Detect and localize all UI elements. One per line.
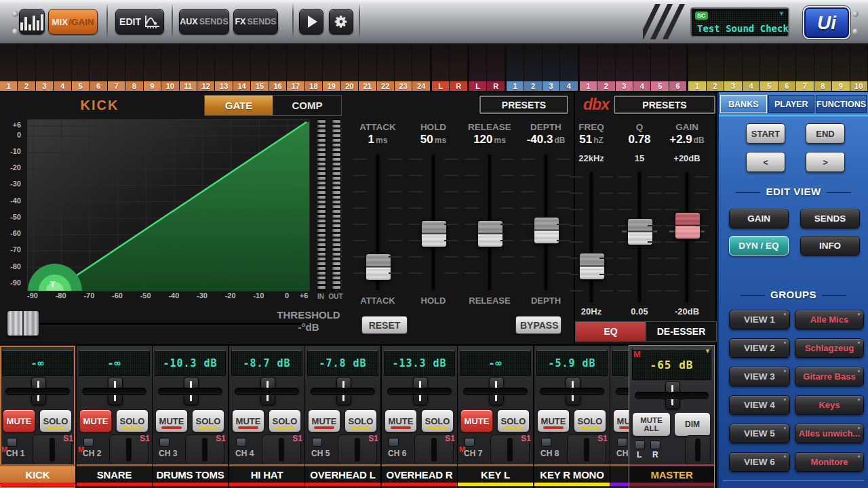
strip-name[interactable]: KICK	[0, 466, 75, 483]
channel-tab-aux-6[interactable]: 6	[778, 45, 795, 91]
mute-button[interactable]: MUTE	[79, 409, 112, 432]
tab-banks[interactable]: BANKS	[720, 95, 767, 113]
channel-tab-inputs-6[interactable]: 6	[90, 45, 106, 91]
strip-name[interactable]: DRUMS TOMS	[153, 466, 228, 483]
view-4-button[interactable]: VIEW 4	[729, 395, 790, 415]
solo-button[interactable]: SOLO	[269, 409, 301, 432]
channel-tab-inputs-21[interactable]: 21	[359, 45, 376, 91]
strip-name[interactable]: HI HAT	[229, 466, 304, 483]
pan-slider[interactable]	[235, 388, 299, 395]
channel-tab-inputs-24[interactable]: 24	[412, 45, 429, 91]
channel-tab-aux-4[interactable]: 4	[743, 45, 760, 91]
mute-button[interactable]: MUTE	[460, 409, 493, 432]
tab-comp[interactable]: COMP	[273, 96, 341, 115]
channel-tab-line-in-L[interactable]: L	[432, 45, 449, 91]
mix-gain-button[interactable]: MIX/GAIN	[48, 9, 98, 35]
strip-name[interactable]: OVERHEAD R	[382, 466, 457, 483]
mute-button[interactable]: MUTE	[308, 409, 340, 432]
channel-tab-inputs-1[interactable]: 1	[0, 45, 17, 91]
strip-name[interactable]: SNARE	[77, 466, 152, 483]
dropdown-triangle-icon[interactable]: ▼	[778, 10, 785, 17]
view-1-button[interactable]: VIEW 1	[729, 310, 790, 329]
channel-tab-subgroup-1[interactable]: 1	[580, 45, 597, 91]
dyn-eq-view-button[interactable]: DYN / EQ	[729, 236, 789, 256]
fader-track[interactable]	[349, 155, 406, 290]
channel-tab-aux-5[interactable]: 5	[760, 45, 777, 91]
tab-gate[interactable]: GATE	[205, 96, 273, 115]
gate-graph[interactable]: T	[27, 119, 310, 291]
fx-sends-button[interactable]: FXSENDS	[233, 9, 278, 35]
solo-button[interactable]: SOLO	[39, 409, 72, 432]
channel-tab-subgroup-6[interactable]: 6	[669, 45, 686, 91]
pan-slider[interactable]	[311, 388, 375, 395]
edit-button[interactable]: EDIT	[115, 9, 164, 35]
channel-tab-inputs-14[interactable]: 14	[233, 45, 250, 91]
channel-tab-inputs-3[interactable]: 3	[36, 45, 53, 91]
view-3-button[interactable]: VIEW 3	[729, 367, 790, 386]
channel-tab-inputs-23[interactable]: 23	[395, 45, 412, 91]
settings-button[interactable]	[329, 9, 353, 35]
fader-track[interactable]	[461, 155, 518, 290]
view-5-button[interactable]: VIEW 5	[729, 424, 790, 443]
meters-button[interactable]	[19, 9, 45, 35]
channel-tab-inputs-22[interactable]: 22	[377, 45, 394, 91]
fader-handle[interactable]	[675, 212, 701, 239]
fader-handle[interactable]	[534, 217, 559, 244]
master-mini-fader[interactable]	[685, 435, 711, 465]
channel-tab-inputs-4[interactable]: 4	[54, 45, 71, 91]
channel-tab-inputs-13[interactable]: 13	[215, 45, 232, 91]
channel-tab-inputs-10[interactable]: 10	[161, 45, 178, 91]
pan-slider[interactable]	[82, 388, 146, 395]
fader-track[interactable]	[566, 172, 617, 302]
bank-prev-button[interactable]: <	[746, 152, 785, 172]
solo-button[interactable]: SOLO	[344, 409, 377, 432]
fader-track[interactable]	[614, 172, 665, 302]
group-alles-unwich-button[interactable]: Alles unwich...	[795, 424, 864, 443]
channel-tab-subgroup-4[interactable]: 4	[633, 45, 650, 91]
channel-tab-aux-2[interactable]: 2	[707, 45, 724, 91]
master-pan-slider[interactable]	[635, 392, 709, 399]
bank-next-button[interactable]: >	[806, 152, 845, 172]
fader-track[interactable]	[661, 172, 713, 302]
channel-tab-inputs-16[interactable]: 16	[269, 45, 286, 91]
channel-tab-player-R[interactable]: R	[487, 45, 504, 91]
sends-view-button[interactable]: SENDS	[800, 209, 860, 228]
master-name[interactable]: MASTER	[629, 466, 714, 483]
threshold-slider[interactable]	[9, 323, 302, 325]
channel-tab-inputs-17[interactable]: 17	[287, 45, 304, 91]
end-button[interactable]: END	[806, 123, 845, 144]
view-6-button[interactable]: VIEW 6	[729, 452, 790, 472]
channel-tab-player-L[interactable]: L	[469, 45, 486, 91]
ui-logo[interactable]: Ui	[803, 6, 850, 39]
info-view-button[interactable]: INFO	[800, 236, 860, 256]
channel-tab-fx-4[interactable]: 4	[560, 45, 577, 91]
solo-button[interactable]: SOLO	[497, 409, 530, 432]
group-schlagzeug-button[interactable]: Schlagzeug	[795, 338, 864, 358]
solo-button[interactable]: SOLO	[421, 409, 454, 432]
pan-slider[interactable]	[387, 388, 452, 395]
channel-tab-line-in-R[interactable]: R	[450, 45, 467, 91]
pan-slider[interactable]	[540, 388, 604, 395]
show-display[interactable]: SC Test Sound Check ▼	[690, 7, 789, 37]
mute-button[interactable]: MUTE	[155, 409, 188, 432]
channel-tab-aux-9[interactable]: 9	[832, 45, 849, 91]
aux-sends-button[interactable]: AUXSENDS	[179, 9, 229, 35]
tab-functions[interactable]: FUNCTIONS	[816, 95, 867, 113]
group-gitarre-bass-button[interactable]: Gitarre Bass	[795, 367, 864, 386]
fader-handle[interactable]	[421, 220, 447, 247]
strip-name[interactable]: KEY L	[458, 466, 533, 483]
channel-tab-inputs-18[interactable]: 18	[305, 45, 322, 91]
threshold-slider-handle[interactable]	[7, 310, 39, 336]
mute-all-button[interactable]: MUTE ALL	[632, 412, 671, 436]
solo-button[interactable]: SOLO	[192, 409, 224, 432]
channel-tab-aux-8[interactable]: 8	[814, 45, 831, 91]
channel-tab-fx-3[interactable]: 3	[542, 45, 559, 91]
fader-handle[interactable]	[366, 253, 391, 281]
view-2-button[interactable]: VIEW 2	[729, 338, 790, 358]
group-alle-mics-button[interactable]: Alle Mics	[795, 310, 864, 329]
mute-button[interactable]: MUTE	[232, 409, 264, 432]
solo-button[interactable]: SOLO	[116, 409, 149, 432]
channel-tab-inputs-20[interactable]: 20	[341, 45, 358, 91]
channel-tab-inputs-2[interactable]: 2	[18, 45, 35, 91]
start-button[interactable]: START	[746, 123, 785, 144]
